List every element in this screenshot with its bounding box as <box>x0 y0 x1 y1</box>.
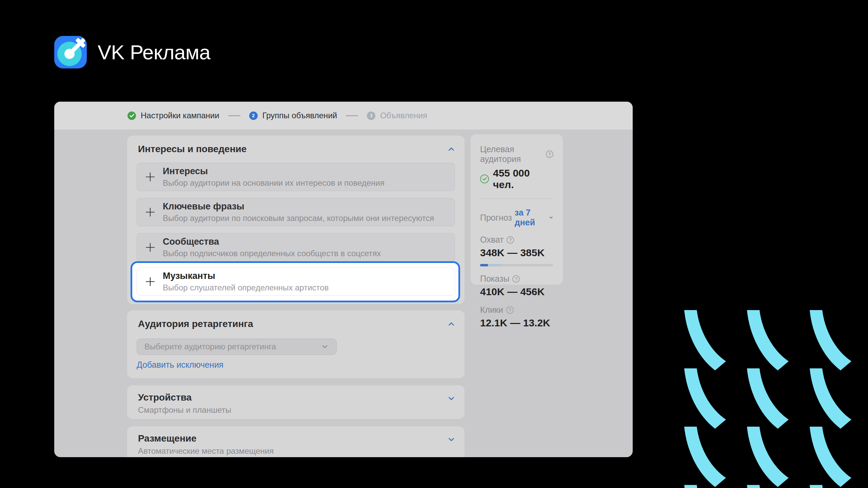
swoosh-shape <box>806 427 852 487</box>
section-subtitle: Смартфоны и планшеты <box>138 405 231 415</box>
forecast-period-dropdown[interactable]: за 7 дней <box>515 208 546 227</box>
add-exclusions-link[interactable]: Добавить исключения <box>137 360 223 370</box>
chevron-down-icon[interactable] <box>447 435 456 444</box>
section-retargeting-audience: Аудитория ретаргетинга Выберите аудитори… <box>127 310 465 378</box>
plus-icon <box>145 242 155 252</box>
metric-value: 410K — 456K <box>480 286 553 298</box>
step-label: Настройки кампании <box>141 111 219 120</box>
section-title: Размещение <box>138 433 274 444</box>
chevron-down-icon <box>321 343 329 351</box>
step-number-badge: 3 <box>367 111 375 120</box>
section-interests-behavior: Интересы и поведение Интересы Выбор ауди… <box>127 136 465 304</box>
swoosh-shape <box>744 427 789 487</box>
step-number-badge: 2 <box>249 111 258 120</box>
divider <box>480 199 553 199</box>
progress-filled <box>480 264 488 266</box>
option-subtitle: Выбор аудитории по поисковым запросам, к… <box>163 214 434 223</box>
section-title: Устройства <box>138 392 231 403</box>
step-label: Объявления <box>380 111 427 120</box>
swoosh-shape <box>681 485 726 488</box>
section-title: Аудитория ретаргетинга <box>138 319 253 329</box>
target-audience-value: 455 000 чел. <box>493 167 553 190</box>
page: VK Реклама Настройки кампании 2 Группы о… <box>0 0 868 488</box>
swoosh-shape <box>681 368 726 429</box>
option-title: Ключевые фразы <box>163 201 434 212</box>
option-title: Музыканты <box>163 271 329 281</box>
plus-icon <box>145 172 155 182</box>
help-icon[interactable]: ? <box>506 306 514 314</box>
target-audience-label: Целевая аудитория <box>480 144 543 164</box>
option-title: Сообщества <box>163 237 381 247</box>
metric-clicks: Клики ? 12.1K — 13.2K <box>480 305 553 329</box>
step-label: Группы объявлений <box>262 111 337 120</box>
swoosh-shape <box>806 485 852 488</box>
chevron-up-icon[interactable] <box>447 145 456 154</box>
select-placeholder: Выберите аудиторию ретаргетинга <box>144 342 276 351</box>
swoosh-shape <box>744 310 789 370</box>
swoosh-shape <box>681 310 726 370</box>
plus-icon <box>145 207 155 217</box>
metric-value: 12.1K — 13.2K <box>480 317 553 329</box>
option-card-interests[interactable]: Интересы Выбор аудитории на основании их… <box>137 163 455 191</box>
help-icon[interactable]: ? <box>546 150 553 158</box>
section-title: Интересы и поведение <box>138 144 246 155</box>
section-devices[interactable]: Устройства Смартфоны и планшеты <box>127 385 465 419</box>
musicians-highlight-box: Музыканты Выбор слушателей определенных … <box>131 261 460 302</box>
metric-label: Показы <box>480 274 509 284</box>
option-title: Интересы <box>163 166 384 177</box>
check-circle-icon <box>480 175 489 183</box>
step-campaign-settings[interactable]: Настройки кампании <box>127 111 219 120</box>
brand-header: VK Реклама <box>54 36 210 68</box>
metric-label: Клики <box>480 305 503 315</box>
swoosh-shape <box>806 368 852 429</box>
swoosh-shape <box>744 368 789 429</box>
swoosh-shape <box>744 485 789 488</box>
reach-progress-bar <box>480 264 553 266</box>
section-subtitle: Автоматические места размещения <box>138 446 274 456</box>
step-ads[interactable]: 3 Объявления <box>367 111 427 120</box>
help-icon[interactable]: ? <box>507 236 514 244</box>
option-card-communities[interactable]: Сообщества Выбор подписчиков определенны… <box>137 233 455 262</box>
metric-label: Охват <box>480 235 504 245</box>
step-done-check-icon <box>127 111 136 120</box>
plus-icon <box>145 277 155 287</box>
campaign-wizard-card: Настройки кампании 2 Группы объявлений 3… <box>54 102 633 457</box>
option-subtitle: Выбор аудитории на основании их интересо… <box>163 178 384 188</box>
swoosh-shape <box>681 427 726 487</box>
stepper: Настройки кампании 2 Группы объявлений 3… <box>54 102 633 129</box>
forecast-panel: Целевая аудитория ? 455 000 чел. Прогноз… <box>471 134 563 285</box>
chevron-up-icon[interactable] <box>447 320 456 328</box>
section-placement[interactable]: Размещение Автоматические места размещен… <box>127 426 465 457</box>
chevron-down-icon[interactable] <box>549 215 553 221</box>
option-subtitle: Выбор подписчиков определенных сообществ… <box>163 249 381 258</box>
retargeting-audience-select[interactable]: Выберите аудиторию ретаргетинга <box>137 339 337 355</box>
brand-title: VK Реклама <box>98 41 210 64</box>
option-card-key-phrases[interactable]: Ключевые фразы Выбор аудитории по поиско… <box>137 198 455 226</box>
step-ad-groups[interactable]: 2 Группы объявлений <box>249 111 337 120</box>
chevron-down-icon[interactable] <box>447 394 456 403</box>
forecast-label: Прогноз <box>480 213 512 223</box>
help-icon[interactable]: ? <box>512 275 520 283</box>
metric-value: 348K — 385K <box>480 247 553 259</box>
progress-secondary <box>488 264 501 266</box>
swoosh-shape <box>806 310 852 370</box>
stepper-connector <box>228 115 240 116</box>
metric-impressions: Показы ? 410K — 456K <box>480 274 553 298</box>
option-subtitle: Выбор слушателей определенных артистов <box>163 283 329 292</box>
vk-ads-logo-icon <box>54 36 87 68</box>
metric-reach: Охват ? 348K — 385K <box>480 235 553 266</box>
stepper-connector <box>346 115 358 116</box>
option-card-musicians[interactable]: Музыканты Выбор слушателей определенных … <box>137 267 455 296</box>
